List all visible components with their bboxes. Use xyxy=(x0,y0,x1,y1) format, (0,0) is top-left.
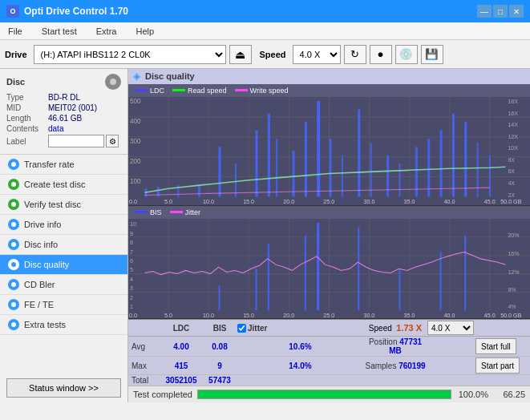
start-part-button[interactable]: Start part xyxy=(475,357,520,374)
speed-value-display: 1.73 X xyxy=(396,323,422,333)
progress-percent: 100.0% xyxy=(456,390,488,399)
svg-text:400: 400 xyxy=(130,118,141,125)
bottom-chart-svg-container: 10 9 8 7 6 5 4 3 2 1 20% 16% 12% xyxy=(128,219,530,319)
speed-select-2[interactable]: 4.0 X xyxy=(427,321,474,335)
svg-text:2: 2 xyxy=(130,294,133,301)
sidebar-item-disc-info[interactable]: Disc info xyxy=(0,235,127,255)
title-bar: O Opti Drive Control 1.70 — □ ✕ xyxy=(0,0,530,22)
svg-rect-45 xyxy=(255,130,257,196)
sidebar-item-cd-bler[interactable]: CD Bler xyxy=(0,275,127,295)
svg-rect-56 xyxy=(399,164,400,197)
svg-text:300: 300 xyxy=(130,138,141,145)
disc-type-field: Type BD-R DL xyxy=(6,93,121,102)
media-button[interactable]: 💿 xyxy=(395,45,418,64)
legend-read: Read speed xyxy=(172,87,227,95)
stats-area: LDC BIS Jitter Speed 1.73 X 4.0 X xyxy=(128,319,530,386)
app-icon: O xyxy=(6,5,19,18)
drive-select[interactable]: (H:) ATAPI iHBS112 2 CL0K xyxy=(34,45,226,64)
max-ldc: 415 xyxy=(160,361,202,370)
svg-text:20.0: 20.0 xyxy=(283,198,294,205)
max-jitter: 14.0% xyxy=(237,361,363,370)
svg-rect-60 xyxy=(452,114,455,197)
sidebar-item-fe-te[interactable]: FE / TE xyxy=(0,295,127,315)
window-controls: — □ ✕ xyxy=(477,5,524,18)
speed-label: Speed xyxy=(260,50,286,59)
svg-text:0.0: 0.0 xyxy=(129,198,137,205)
svg-rect-42 xyxy=(198,184,200,197)
start-part-btn-cell: Start part xyxy=(475,357,527,374)
svg-text:35.0: 35.0 xyxy=(404,198,415,205)
menu-help[interactable]: Help xyxy=(131,25,159,38)
close-button[interactable]: ✕ xyxy=(509,5,524,18)
status-window-button[interactable]: Status window >> xyxy=(6,378,121,398)
svg-rect-109 xyxy=(358,227,359,310)
svg-rect-55 xyxy=(386,155,389,197)
stats-avg-row: Avg 4.00 0.08 10.6% Position 47731 MB St… xyxy=(128,337,530,357)
svg-text:5: 5 xyxy=(130,266,133,273)
svg-text:200: 200 xyxy=(130,158,141,165)
sidebar-item-verify-test-disc[interactable]: Verify test disc xyxy=(0,195,127,215)
bottom-chart-svg: 10 9 8 7 6 5 4 3 2 1 20% 16% 12% xyxy=(128,219,530,319)
minimize-button[interactable]: — xyxy=(477,5,492,18)
disc-label-field: Label ⚙ xyxy=(6,135,121,147)
speed-select[interactable]: 4.0 X xyxy=(293,45,341,64)
cd-bler-icon xyxy=(8,279,19,290)
svg-rect-54 xyxy=(370,143,372,196)
svg-rect-44 xyxy=(235,164,237,197)
disc-info-icon xyxy=(8,239,19,250)
menu-start-test[interactable]: Start test xyxy=(37,25,82,38)
eject-button[interactable]: ⏏ xyxy=(229,45,252,64)
disc-length-field: Length 46.61 GB xyxy=(6,114,121,123)
svg-rect-58 xyxy=(427,139,430,197)
app-title: Opti Drive Control 1.70 xyxy=(24,6,128,17)
sidebar-item-extra-tests[interactable]: Extra tests xyxy=(0,315,127,335)
fe-te-icon xyxy=(8,299,19,310)
top-chart-svg-container: 500 400 300 200 100 18X 16X 14X 12X 10X … xyxy=(128,97,530,205)
label-btn[interactable]: ⚙ xyxy=(106,135,119,147)
bis-header: BIS xyxy=(202,324,237,333)
ldc-color xyxy=(135,89,148,91)
chart-title: Disc quality xyxy=(145,71,195,81)
sidebar-item-disc-quality[interactable]: Disc quality xyxy=(0,255,127,275)
drive-label: Drive xyxy=(5,50,27,59)
status-text: Test completed xyxy=(133,390,192,399)
svg-text:50.0 GB: 50.0 GB xyxy=(500,311,521,318)
svg-text:40.0: 40.0 xyxy=(444,198,455,205)
svg-text:15.0: 15.0 xyxy=(243,198,254,205)
top-chart-panel: LDC Read speed Write speed xyxy=(128,84,530,206)
svg-text:12%: 12% xyxy=(508,268,520,275)
refresh-button[interactable]: ↻ xyxy=(344,45,366,64)
svg-rect-40 xyxy=(157,187,160,196)
speed-select-area: 4.0 X xyxy=(427,321,475,335)
label-input[interactable] xyxy=(48,135,104,147)
svg-rect-104 xyxy=(218,285,220,310)
maximize-button[interactable]: □ xyxy=(493,5,508,18)
avg-bis: 0.08 xyxy=(202,342,237,351)
svg-rect-46 xyxy=(268,114,270,197)
svg-rect-106 xyxy=(268,244,269,310)
start-full-btn-cell: Start full xyxy=(475,338,527,354)
disc-section: Disc Type BD-R DL MID MEIT02 (001) Lengt… xyxy=(0,69,127,155)
jitter-checkbox[interactable] xyxy=(237,324,246,333)
sidebar-item-drive-info[interactable]: Drive info xyxy=(0,215,127,235)
svg-text:10: 10 xyxy=(130,220,136,228)
sidebar-item-create-test-disc[interactable]: Create test disc xyxy=(0,175,127,195)
samples-value: 760199 xyxy=(399,361,425,370)
disc-mid-field: MID MEIT02 (001) xyxy=(6,103,121,112)
menu-extra[interactable]: Extra xyxy=(91,25,122,38)
sidebar-item-transfer-rate[interactable]: Transfer rate xyxy=(0,155,127,175)
avg-ldc: 4.00 xyxy=(160,342,202,351)
start-full-button[interactable]: Start full xyxy=(475,338,516,354)
drive-info-icon xyxy=(8,219,19,230)
svg-text:7: 7 xyxy=(130,248,133,255)
menu-file[interactable]: File xyxy=(3,25,27,38)
status-btn-container: Status window >> xyxy=(6,378,121,398)
save-button[interactable]: 💾 xyxy=(421,45,443,64)
read-color xyxy=(172,89,185,91)
length-label: Length xyxy=(6,114,48,123)
speed-header: Speed 1.73 X xyxy=(363,323,427,333)
svg-text:25.0: 25.0 xyxy=(323,311,334,318)
svg-text:10.0: 10.0 xyxy=(203,198,214,205)
extra-tests-icon xyxy=(8,319,19,330)
burn-button[interactable]: ● xyxy=(370,45,392,64)
